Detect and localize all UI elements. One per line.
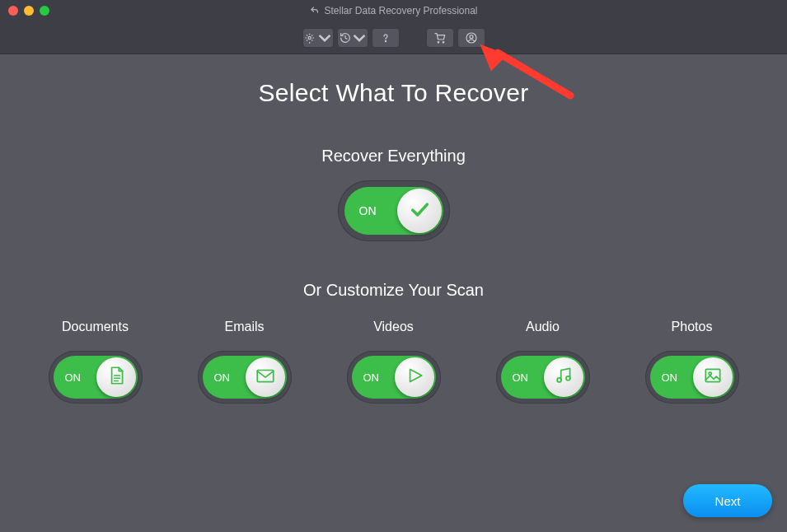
category-documents: Documents ON [26, 320, 166, 404]
svg-point-3 [443, 41, 444, 43]
svg-point-11 [557, 378, 561, 382]
toggle-on-label: ON [662, 371, 678, 384]
window-controls [8, 6, 49, 16]
close-window-button[interactable] [8, 6, 18, 16]
toggle-knob [544, 357, 583, 397]
toggle-on-label: ON [513, 371, 529, 384]
play-icon [404, 365, 425, 390]
zoom-window-button[interactable] [40, 6, 49, 16]
toggle-knob [246, 357, 285, 397]
category-label: Audio [473, 320, 613, 334]
toggle-wrap: ON [49, 351, 143, 404]
category-row: Documents ON Emails ON [0, 320, 787, 404]
svg-point-0 [308, 36, 311, 39]
window-title-text: Stellar Data Recovery Professional [324, 5, 477, 16]
page-title: Select What To Recover [0, 79, 787, 107]
category-label: Documents [26, 320, 166, 334]
music-icon [553, 365, 574, 390]
svg-point-14 [709, 372, 711, 375]
history-button[interactable] [337, 28, 368, 48]
recover-everything-title: Recover Everything [0, 147, 787, 166]
customize-scan-title: Or Customize Your Scan [0, 281, 787, 300]
cart-button[interactable] [426, 28, 454, 48]
minimize-window-button[interactable] [24, 6, 34, 16]
documents-toggle[interactable]: ON [54, 356, 138, 399]
toggle-wrap: ON [198, 351, 292, 404]
toggle-on-label: ON [65, 371, 82, 384]
category-photos: Photos ON [622, 320, 762, 404]
check-icon [408, 198, 431, 224]
toggle-knob [693, 357, 733, 397]
category-audio: Audio ON [473, 320, 613, 404]
category-label: Photos [622, 320, 762, 334]
document-icon [105, 365, 127, 390]
category-videos: Videos ON [324, 320, 464, 404]
toolbar [0, 21, 787, 54]
toggle-wrap: ON [645, 351, 739, 404]
svg-rect-13 [705, 369, 719, 381]
recover-everything-toggle[interactable]: ON [344, 187, 443, 235]
svg-point-12 [565, 376, 569, 380]
svg-point-2 [438, 41, 439, 43]
account-button[interactable] [457, 28, 485, 48]
category-emails: Emails ON [175, 320, 315, 404]
svg-rect-9 [257, 371, 274, 382]
settings-button[interactable] [302, 28, 334, 48]
emails-toggle[interactable]: ON [203, 356, 287, 399]
videos-toggle[interactable]: ON [352, 356, 436, 399]
titlebar: Stellar Data Recovery Professional [0, 0, 787, 21]
image-icon [702, 365, 724, 390]
toggle-on-label: ON [359, 204, 377, 217]
recover-everything-toggle-wrap: ON [338, 180, 450, 241]
svg-point-1 [385, 40, 386, 41]
mail-icon [255, 365, 276, 390]
toggle-on-label: ON [363, 371, 380, 384]
category-label: Emails [175, 320, 315, 334]
main-content: Select What To Recover Recover Everythin… [0, 54, 787, 404]
toggle-knob [397, 189, 442, 233]
svg-point-5 [470, 35, 473, 38]
toggle-on-label: ON [214, 371, 231, 384]
category-label: Videos [324, 320, 464, 334]
back-icon [309, 6, 319, 16]
toggle-knob [395, 357, 434, 397]
toggle-wrap: ON [496, 351, 590, 404]
toggle-knob [96, 357, 136, 397]
next-button[interactable]: Next [683, 484, 772, 517]
toggle-wrap: ON [347, 351, 441, 404]
photos-toggle[interactable]: ON [650, 356, 734, 399]
window-title: Stellar Data Recovery Professional [309, 5, 477, 16]
svg-marker-10 [410, 369, 421, 381]
help-button[interactable] [372, 28, 400, 48]
audio-toggle[interactable]: ON [501, 356, 585, 399]
